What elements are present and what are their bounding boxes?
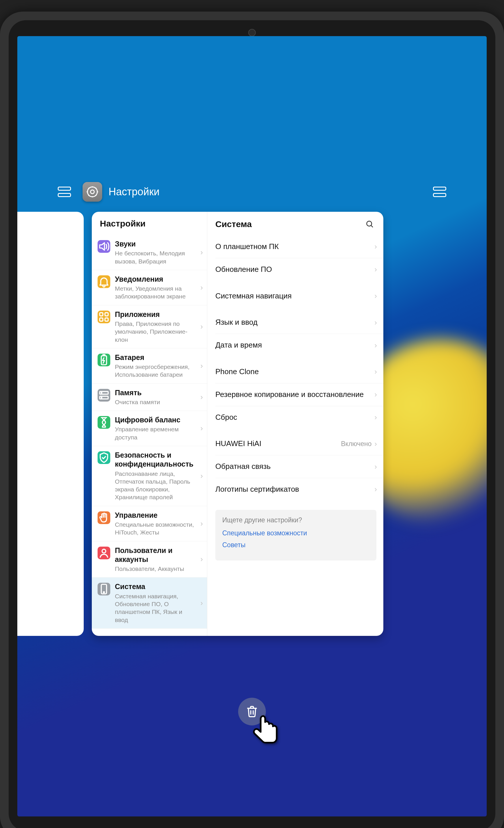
chevron-right-icon: › <box>374 440 377 448</box>
svg-point-10 <box>101 397 102 398</box>
hint-question: Ищете другие настройки? <box>222 516 369 524</box>
prev-app-card-peek[interactable] <box>17 212 84 636</box>
chevron-right-icon: › <box>374 341 377 350</box>
chevron-right-icon: › <box>374 291 377 300</box>
system-item-label: Phone Clone <box>215 367 259 377</box>
system-item[interactable]: Сброс› <box>215 406 383 429</box>
settings-recent-card[interactable]: Настройки Звуки Не беспокоить, Мелодия в… <box>92 212 383 636</box>
system-item[interactable]: Системная навигация› <box>215 285 383 307</box>
layout-toggle-right[interactable] <box>433 187 446 197</box>
settings-item-title: Безопасность и конфиденциальность <box>115 451 196 469</box>
settings-item-user[interactable]: Пользователи и аккаунты Пользователи, Ак… <box>92 541 207 578</box>
settings-item-subtitle: Управление временем доступа <box>115 425 196 441</box>
chevron-right-icon: › <box>200 322 203 331</box>
shield-icon <box>98 451 110 464</box>
svg-point-0 <box>91 190 94 194</box>
recents-header: Настройки <box>17 182 487 202</box>
settings-item-apps[interactable]: Приложения Права, Приложения по умолчани… <box>92 305 207 348</box>
tablet-frame: Настройки Настройки Звуки Не беспокоить,… <box>0 11 504 828</box>
storage-icon <box>98 389 110 402</box>
settings-item-system[interactable]: Система Системная навигация, Обновление … <box>92 578 207 628</box>
settings-detail-pane: Система О планшетном ПК›Обновление ПО›Си… <box>207 212 383 636</box>
settings-item-storage[interactable]: Память Очистка памяти › <box>92 384 207 411</box>
chevron-right-icon: › <box>374 413 377 422</box>
settings-item-subtitle: Права, Приложения по умолчанию, Приложен… <box>115 320 196 343</box>
sound-icon <box>98 240 110 253</box>
settings-item-subtitle: Очистка памяти <box>115 398 196 406</box>
chevron-right-icon: › <box>374 367 377 376</box>
system-item[interactable]: Обновление ПО› <box>215 258 383 281</box>
chevron-right-icon: › <box>200 471 203 481</box>
svg-rect-5 <box>105 318 108 321</box>
settings-item-timer[interactable]: Цифровой баланс Управление временем дост… <box>92 411 207 446</box>
chevron-right-icon: › <box>200 519 203 528</box>
svg-point-9 <box>101 392 102 393</box>
system-item-label: Обновление ПО <box>215 265 272 275</box>
svg-rect-2 <box>100 313 103 316</box>
master-pane-title: Настройки <box>92 212 207 235</box>
system-item[interactable]: Phone Clone› <box>215 361 383 383</box>
chevron-right-icon: › <box>200 283 203 292</box>
battery-icon <box>98 354 110 366</box>
settings-item-title: Звуки <box>115 240 196 248</box>
settings-app-icon <box>83 182 102 202</box>
system-item-label: HUAWEI HiAI <box>215 439 261 449</box>
chevron-right-icon: › <box>374 390 377 399</box>
system-item-label: Резервное копирование и восстановление <box>215 390 364 400</box>
search-button[interactable] <box>364 218 376 230</box>
bell-icon <box>98 275 110 288</box>
settings-item-shield[interactable]: Безопасность и конфиденциальность Распоз… <box>92 446 207 506</box>
chevron-right-icon: › <box>374 242 377 251</box>
settings-item-subtitle: Пользователи, Аккаунты <box>115 565 196 573</box>
svg-point-14 <box>367 221 371 226</box>
settings-item-subtitle: Не беспокоить, Мелодия вызова, Вибрация <box>115 249 196 265</box>
timer-icon <box>98 416 110 429</box>
chevron-right-icon: › <box>200 424 203 433</box>
settings-item-bell[interactable]: Уведомления Метки, Уведомления на заблок… <box>92 270 207 305</box>
svg-point-11 <box>102 549 106 553</box>
hint-link[interactable]: Специальные возможности <box>222 529 369 537</box>
chevron-right-icon: › <box>374 318 377 327</box>
settings-item-subtitle: Режим энергосбережения, Использование ба… <box>115 363 196 379</box>
settings-item-title: Цифровой баланс <box>115 415 196 424</box>
settings-item-title: Уведомления <box>115 275 196 284</box>
user-icon <box>98 547 110 559</box>
apps-icon <box>98 310 110 323</box>
system-item[interactable]: Дата и время› <box>215 334 383 357</box>
settings-item-title: Батарея <box>115 353 196 362</box>
settings-item-subtitle: Метки, Уведомления на заблокированном эк… <box>115 285 196 300</box>
layout-toggle-left[interactable] <box>58 187 71 197</box>
front-camera <box>248 29 256 36</box>
hint-link[interactable]: Советы <box>222 541 369 549</box>
system-item-label: Логотипы сертификатов <box>215 485 299 494</box>
settings-item-hand[interactable]: Управление Специальные возможности, HiTo… <box>92 506 207 541</box>
system-item-value: Включено <box>341 440 371 448</box>
chevron-right-icon: › <box>200 392 203 402</box>
settings-item-subtitle: Распознавание лица, Отпечаток пальца, Па… <box>115 470 196 501</box>
settings-item-title: Система <box>115 582 196 591</box>
system-item[interactable]: Язык и ввод› <box>215 311 383 334</box>
settings-item-subtitle: Специальные возможности, HiTouch, Жесты <box>115 521 196 537</box>
detail-pane-title: Система <box>215 219 252 229</box>
system-item-label: О планшетном ПК <box>215 242 279 252</box>
chevron-right-icon: › <box>374 462 377 471</box>
system-item[interactable]: Логотипы сертификатов› <box>215 478 383 501</box>
recents-app-title: Настройки <box>108 186 159 198</box>
system-item[interactable]: О планшетном ПК› <box>215 236 383 258</box>
chevron-right-icon: › <box>374 485 377 494</box>
chevron-right-icon: › <box>200 598 203 608</box>
svg-rect-4 <box>100 318 103 321</box>
settings-item-title: Память <box>115 388 196 397</box>
system-item[interactable]: Обратная связь› <box>215 455 383 478</box>
system-item[interactable]: Резервное копирование и восстановление› <box>215 383 383 406</box>
hand-icon <box>98 511 110 524</box>
svg-point-1 <box>87 187 97 197</box>
settings-item-battery[interactable]: Батарея Режим энергосбережения, Использо… <box>92 348 207 384</box>
settings-item-title: Приложения <box>115 310 196 319</box>
system-item[interactable]: HUAWEI HiAIВключено› <box>215 432 383 455</box>
chevron-right-icon: › <box>200 248 203 257</box>
settings-item-title: Пользователи и аккаунты <box>115 546 196 564</box>
tutorial-hand-cursor <box>250 713 282 753</box>
chevron-right-icon: › <box>200 362 203 370</box>
settings-item-sound[interactable]: Звуки Не беспокоить, Мелодия вызова, Виб… <box>92 235 207 270</box>
